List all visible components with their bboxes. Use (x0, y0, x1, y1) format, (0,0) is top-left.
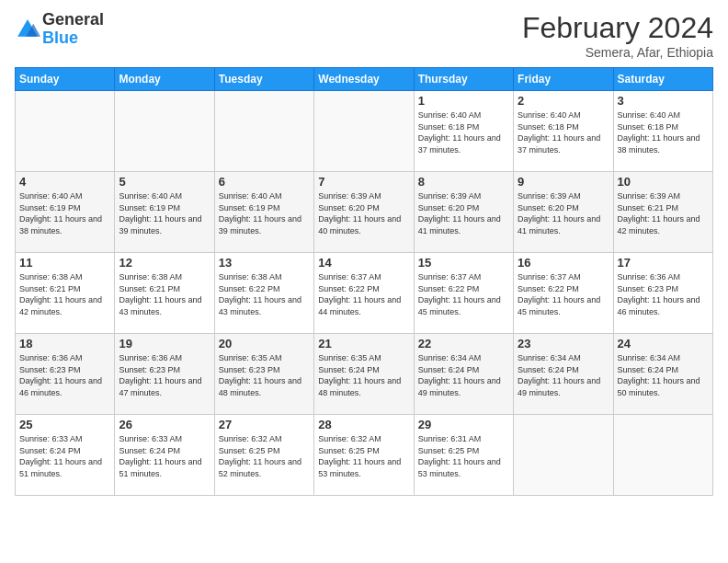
logo-icon (15, 17, 40, 42)
day-number: 15 (418, 256, 509, 270)
day-info: Sunrise: 6:40 AM Sunset: 6:18 PM Dayligh… (418, 109, 509, 155)
day-cell: 22Sunrise: 6:34 AM Sunset: 6:24 PM Dayli… (414, 334, 513, 415)
day-number: 12 (119, 256, 210, 270)
day-cell: 4Sunrise: 6:40 AM Sunset: 6:19 PM Daylig… (16, 172, 115, 253)
day-info: Sunrise: 6:37 AM Sunset: 6:22 PM Dayligh… (518, 271, 609, 317)
day-cell: 27Sunrise: 6:32 AM Sunset: 6:25 PM Dayli… (214, 415, 313, 496)
day-number: 1 (418, 94, 509, 108)
day-cell: 15Sunrise: 6:37 AM Sunset: 6:22 PM Dayli… (414, 253, 513, 334)
day-info: Sunrise: 6:40 AM Sunset: 6:18 PM Dayligh… (518, 109, 609, 155)
day-info: Sunrise: 6:33 AM Sunset: 6:24 PM Dayligh… (19, 433, 110, 479)
day-number: 5 (119, 175, 210, 189)
day-info: Sunrise: 6:35 AM Sunset: 6:24 PM Dayligh… (318, 352, 409, 398)
day-cell (214, 91, 313, 172)
day-info: Sunrise: 6:39 AM Sunset: 6:20 PM Dayligh… (518, 190, 609, 236)
day-info: Sunrise: 6:34 AM Sunset: 6:24 PM Dayligh… (518, 352, 609, 398)
day-cell: 8Sunrise: 6:39 AM Sunset: 6:20 PM Daylig… (414, 172, 513, 253)
day-cell: 25Sunrise: 6:33 AM Sunset: 6:24 PM Dayli… (16, 415, 115, 496)
col-saturday: Saturday (613, 68, 712, 91)
header: General Blue February 2024 Semera, Afar,… (15, 11, 713, 60)
day-info: Sunrise: 6:38 AM Sunset: 6:21 PM Dayligh… (19, 271, 110, 317)
day-number: 2 (518, 94, 609, 108)
day-info: Sunrise: 6:40 AM Sunset: 6:18 PM Dayligh… (618, 109, 709, 155)
day-number: 7 (318, 175, 409, 189)
day-cell: 12Sunrise: 6:38 AM Sunset: 6:21 PM Dayli… (115, 253, 214, 334)
logo-blue: Blue (42, 29, 78, 47)
page: General Blue February 2024 Semera, Afar,… (0, 0, 728, 563)
day-info: Sunrise: 6:32 AM Sunset: 6:25 PM Dayligh… (219, 433, 310, 479)
day-cell: 29Sunrise: 6:31 AM Sunset: 6:25 PM Dayli… (414, 415, 513, 496)
day-number: 10 (618, 175, 709, 189)
day-number: 9 (518, 175, 609, 189)
day-info: Sunrise: 6:33 AM Sunset: 6:24 PM Dayligh… (119, 433, 210, 479)
day-number: 16 (518, 256, 609, 270)
day-cell: 26Sunrise: 6:33 AM Sunset: 6:24 PM Dayli… (115, 415, 214, 496)
day-cell: 5Sunrise: 6:40 AM Sunset: 6:19 PM Daylig… (115, 172, 214, 253)
week-row-0: 1Sunrise: 6:40 AM Sunset: 6:18 PM Daylig… (16, 91, 713, 172)
day-cell: 11Sunrise: 6:38 AM Sunset: 6:21 PM Dayli… (16, 253, 115, 334)
day-cell: 23Sunrise: 6:34 AM Sunset: 6:24 PM Dayli… (514, 334, 613, 415)
day-number: 21 (318, 337, 409, 350)
day-cell: 7Sunrise: 6:39 AM Sunset: 6:20 PM Daylig… (314, 172, 414, 253)
day-cell: 9Sunrise: 6:39 AM Sunset: 6:20 PM Daylig… (514, 172, 613, 253)
logo-general: General (42, 10, 104, 29)
day-info: Sunrise: 6:34 AM Sunset: 6:24 PM Dayligh… (418, 352, 509, 398)
day-info: Sunrise: 6:31 AM Sunset: 6:25 PM Dayligh… (418, 433, 509, 479)
day-info: Sunrise: 6:36 AM Sunset: 6:23 PM Dayligh… (19, 352, 110, 398)
col-wednesday: Wednesday (314, 68, 414, 91)
day-number: 24 (618, 337, 709, 350)
day-info: Sunrise: 6:39 AM Sunset: 6:20 PM Dayligh… (418, 190, 509, 236)
day-cell (514, 415, 613, 496)
day-info: Sunrise: 6:39 AM Sunset: 6:20 PM Dayligh… (318, 190, 409, 236)
day-number: 11 (19, 256, 110, 270)
title-block: February 2024 Semera, Afar, Ethiopia (522, 11, 713, 60)
day-number: 22 (418, 337, 509, 350)
col-friday: Friday (514, 68, 613, 91)
day-cell (16, 91, 115, 172)
day-cell: 6Sunrise: 6:40 AM Sunset: 6:19 PM Daylig… (214, 172, 313, 253)
day-number: 25 (19, 418, 110, 431)
col-monday: Monday (115, 68, 214, 91)
day-info: Sunrise: 6:36 AM Sunset: 6:23 PM Dayligh… (618, 271, 709, 317)
day-number: 23 (518, 337, 609, 350)
day-number: 18 (19, 337, 110, 350)
day-cell: 28Sunrise: 6:32 AM Sunset: 6:25 PM Dayli… (314, 415, 414, 496)
day-number: 13 (219, 256, 310, 270)
day-cell (115, 91, 214, 172)
day-cell: 1Sunrise: 6:40 AM Sunset: 6:18 PM Daylig… (414, 91, 513, 172)
day-cell: 14Sunrise: 6:37 AM Sunset: 6:22 PM Dayli… (314, 253, 414, 334)
day-info: Sunrise: 6:38 AM Sunset: 6:22 PM Dayligh… (219, 271, 310, 317)
day-number: 3 (618, 94, 709, 108)
day-cell: 2Sunrise: 6:40 AM Sunset: 6:18 PM Daylig… (514, 91, 613, 172)
week-row-2: 11Sunrise: 6:38 AM Sunset: 6:21 PM Dayli… (16, 253, 713, 334)
day-cell: 20Sunrise: 6:35 AM Sunset: 6:23 PM Dayli… (214, 334, 313, 415)
day-number: 20 (219, 337, 310, 350)
day-info: Sunrise: 6:40 AM Sunset: 6:19 PM Dayligh… (19, 190, 110, 236)
day-info: Sunrise: 6:35 AM Sunset: 6:23 PM Dayligh… (219, 352, 310, 398)
col-thursday: Thursday (414, 68, 513, 91)
day-cell (613, 415, 712, 496)
day-info: Sunrise: 6:32 AM Sunset: 6:25 PM Dayligh… (318, 433, 409, 479)
day-number: 8 (418, 175, 509, 189)
day-cell: 21Sunrise: 6:35 AM Sunset: 6:24 PM Dayli… (314, 334, 414, 415)
day-number: 4 (19, 175, 110, 189)
day-number: 27 (219, 418, 310, 431)
day-number: 28 (318, 418, 409, 431)
day-cell (314, 91, 414, 172)
day-number: 17 (618, 256, 709, 270)
day-number: 19 (119, 337, 210, 350)
day-cell: 13Sunrise: 6:38 AM Sunset: 6:22 PM Dayli… (214, 253, 313, 334)
day-info: Sunrise: 6:38 AM Sunset: 6:21 PM Dayligh… (119, 271, 210, 317)
day-cell: 17Sunrise: 6:36 AM Sunset: 6:23 PM Dayli… (613, 253, 712, 334)
day-cell: 10Sunrise: 6:39 AM Sunset: 6:21 PM Dayli… (613, 172, 712, 253)
day-info: Sunrise: 6:34 AM Sunset: 6:24 PM Dayligh… (618, 352, 709, 398)
week-row-3: 18Sunrise: 6:36 AM Sunset: 6:23 PM Dayli… (16, 334, 713, 415)
day-number: 26 (119, 418, 210, 431)
logo: General Blue (15, 11, 104, 48)
day-cell: 3Sunrise: 6:40 AM Sunset: 6:18 PM Daylig… (613, 91, 712, 172)
day-cell: 24Sunrise: 6:34 AM Sunset: 6:24 PM Dayli… (613, 334, 712, 415)
cal-title: February 2024 (522, 11, 713, 45)
day-info: Sunrise: 6:39 AM Sunset: 6:21 PM Dayligh… (618, 190, 709, 236)
logo-text: General Blue (42, 11, 104, 48)
day-number: 14 (318, 256, 409, 270)
